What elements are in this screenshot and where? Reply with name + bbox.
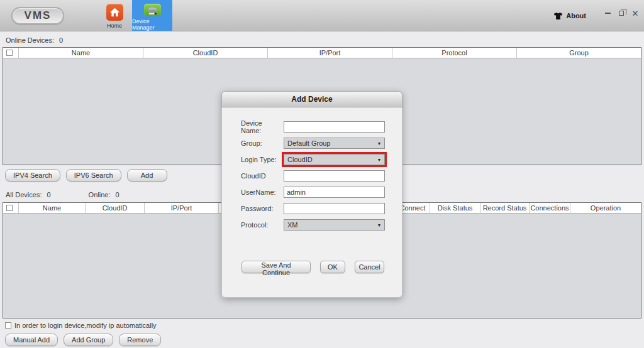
- home-icon: [106, 4, 123, 21]
- topbar: VMS Home Device Manager About: [0, 0, 644, 31]
- dialog-title: Add Device: [221, 91, 402, 107]
- protocol-select-value: XM: [284, 221, 374, 229]
- device-name-field[interactable]: [284, 121, 385, 133]
- username-field[interactable]: [284, 187, 385, 198]
- protocol-label: Protocol:: [241, 221, 284, 229]
- app-logo: VMS: [11, 7, 64, 24]
- add-device-dialog: Add Device Device Name: Group: Default G…: [221, 91, 402, 298]
- cloudid-label: CloudID: [241, 172, 284, 180]
- auto-modify-ip-option: In order to login device,modify ip autom…: [3, 322, 641, 329]
- auto-modify-ip-label: In order to login device,modify ip autom…: [14, 322, 157, 329]
- password-label: Password:: [241, 205, 284, 212]
- column-operation: Operation: [570, 203, 641, 213]
- online-count-label: Online:0: [89, 191, 119, 198]
- all-devices-count-label: All Devices:0: [6, 191, 51, 198]
- select-all-checkbox-cell: [3, 48, 19, 58]
- login-type-select-value: CloudID: [284, 156, 374, 163]
- column-group: Group: [517, 48, 641, 58]
- close-icon[interactable]: ✕: [631, 9, 639, 17]
- online-devices-text: Online Devices:: [6, 36, 54, 44]
- login-type-select[interactable]: CloudID ▼: [284, 154, 385, 165]
- column-name-2: Name: [19, 203, 86, 213]
- auto-modify-ip-checkbox[interactable]: [5, 322, 11, 329]
- manual-add-button[interactable]: Manual Add: [5, 334, 58, 346]
- about-button[interactable]: About: [553, 12, 586, 20]
- login-type-label: Login Type:: [241, 156, 284, 163]
- protocol-select[interactable]: XM ▼: [284, 219, 385, 231]
- username-label: UserName:: [241, 188, 284, 196]
- add-group-button[interactable]: Add Group: [64, 334, 113, 346]
- chevron-down-icon: ▼: [374, 223, 384, 227]
- column-cloudid-2: CloudID: [86, 203, 145, 213]
- chevron-down-icon: ▼: [374, 158, 384, 162]
- select-all-checkbox-2[interactable]: [6, 205, 13, 211]
- save-and-continue-button[interactable]: Save And Continue: [242, 261, 311, 273]
- tab-home[interactable]: Home: [97, 0, 132, 31]
- cancel-button[interactable]: Cancel: [355, 261, 384, 273]
- ipv4-search-button[interactable]: IPV4 Search: [5, 169, 60, 182]
- column-protocol: Protocol: [392, 48, 517, 58]
- about-label: About: [566, 12, 586, 19]
- dialog-body: Device Name: Group: Default Group ▼ Logi…: [221, 107, 402, 298]
- password-field[interactable]: [284, 203, 385, 214]
- shirt-icon: [553, 12, 563, 20]
- group-select-value: Default Group: [284, 139, 374, 147]
- column-name: Name: [19, 48, 143, 58]
- column-cloudid: CloudID: [143, 48, 268, 58]
- online-devices-table-header: Name CloudID IP/Port Protocol Group: [3, 48, 641, 58]
- group-select[interactable]: Default Group ▼: [284, 138, 385, 149]
- device-name-label: Device Name:: [241, 119, 284, 134]
- online-devices-count: 0: [59, 36, 63, 44]
- tab-device-manager-label: Device Manager: [132, 18, 172, 31]
- select-all-checkbox-cell-2: [3, 203, 19, 213]
- minimize-icon[interactable]: [604, 9, 611, 17]
- column-ip-port-2: IP/Port: [145, 203, 219, 213]
- column-record-status: Record Status: [480, 203, 530, 213]
- remove-button[interactable]: Remove: [119, 334, 161, 346]
- chevron-down-icon: ▼: [374, 141, 384, 146]
- tab-home-label: Home: [107, 23, 122, 29]
- cloudid-field[interactable]: [284, 170, 385, 182]
- column-connections: Connections: [530, 203, 570, 213]
- select-all-checkbox[interactable]: [6, 50, 13, 56]
- group-label: Group:: [241, 139, 284, 147]
- online-devices-label: Online Devices:0: [3, 36, 641, 44]
- ipv6-search-button[interactable]: IPV6 Search: [66, 169, 121, 182]
- restore-icon[interactable]: [618, 9, 625, 17]
- device-manager-icon: [144, 4, 161, 16]
- add-button[interactable]: Add: [127, 169, 167, 182]
- tab-device-manager[interactable]: Device Manager: [132, 0, 172, 31]
- ok-button[interactable]: OK: [320, 261, 345, 273]
- column-disk-status: Disk Status: [430, 203, 480, 213]
- window-controls: ✕: [604, 9, 639, 17]
- column-ip-port: IP/Port: [268, 48, 392, 58]
